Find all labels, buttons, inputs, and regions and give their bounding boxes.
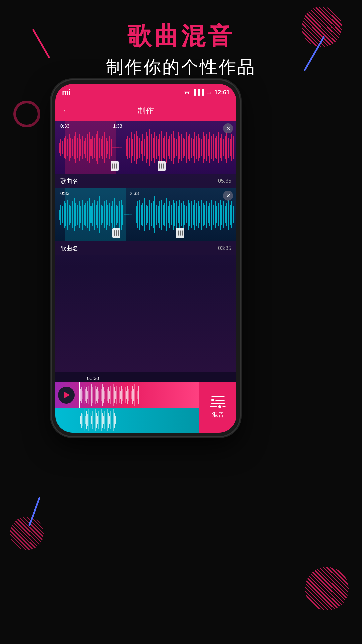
svg-rect-5 [67,139,68,156]
svg-rect-205 [87,391,88,399]
svg-rect-170 [186,206,187,223]
svg-rect-28 [106,138,107,158]
svg-rect-243 [133,389,134,401]
svg-rect-70 [186,132,187,163]
svg-rect-146 [146,205,147,225]
svg-rect-258 [93,411,93,413]
svg-rect-220 [106,386,106,404]
svg-rect-181 [204,205,205,225]
svg-rect-122 [97,201,98,228]
svg-rect-135 [119,201,120,228]
svg-rect-63 [174,138,175,158]
svg-rect-188 [216,206,217,223]
svg-rect-86 [213,134,214,161]
svg-rect-121 [96,205,97,225]
svg-rect-26 [102,136,103,159]
track-2-info: 歌曲名 03:35 [55,241,236,255]
svg-rect-215 [100,386,100,404]
svg-rect-213 [97,387,98,402]
svg-rect-162 [173,200,174,230]
svg-rect-53 [158,139,159,156]
svg-rect-93 [225,136,226,159]
svg-rect-61 [171,134,172,161]
svg-rect-123 [99,196,100,233]
svg-rect-102 [64,201,65,228]
svg-rect-58 [166,132,167,163]
svg-rect-242 [132,386,133,404]
svg-rect-42 [139,138,140,158]
svg-rect-22 [96,134,97,161]
svg-rect-268 [105,411,105,413]
mix-label: 混音 [212,411,224,413]
svg-rect-78 [199,138,200,158]
svg-rect-49 [151,134,152,161]
svg-rect-240 [130,387,130,402]
track-1-close-button[interactable]: ✕ [223,123,233,133]
svg-rect-185 [211,200,212,230]
playback-track-pink[interactable] [55,382,199,408]
svg-rect-137 [122,205,123,225]
svg-rect-253 [86,411,87,413]
svg-rect-164 [176,201,177,228]
svg-rect-118 [90,206,92,223]
svg-rect-159 [168,206,169,223]
svg-rect-59 [168,139,169,156]
svg-rect-152 [156,205,157,225]
svg-rect-73 [191,138,192,158]
svg-rect-76 [196,136,197,159]
svg-rect-21 [94,138,95,158]
svg-rect-66 [179,136,180,159]
svg-rect-96 [230,139,231,156]
back-button[interactable]: ← [62,105,71,116]
svg-rect-39 [134,134,135,161]
svg-rect-20 [92,136,93,159]
track-2-duration: 03:35 [218,245,231,251]
svg-rect-43 [141,141,142,154]
track-2-handle-left[interactable] [112,228,120,238]
svg-rect-34 [126,139,127,156]
playback-cursor [79,382,80,408]
svg-rect-219 [105,391,105,399]
track-1-handle-right[interactable] [158,161,166,171]
mix-button[interactable]: 混音 [199,382,236,413]
track-2-waveform[interactable]: 0:33 2:33 [55,188,236,241]
svg-rect-51 [154,132,155,163]
svg-rect-75 [194,132,195,163]
track-2-handle-right[interactable] [176,228,184,238]
svg-rect-203 [85,389,86,401]
svg-rect-178 [199,206,200,223]
svg-rect-212 [96,389,97,401]
svg-rect-180 [203,203,204,226]
svg-rect-198 [233,206,234,223]
track-1-waveform[interactable]: 0:33 1:33 [55,121,236,174]
svg-rect-199 [80,389,81,401]
svg-rect-95 [228,138,229,158]
svg-rect-92 [223,139,224,156]
svg-rect-10 [75,132,76,163]
track-2-close-button[interactable]: ✕ [223,191,233,201]
svg-rect-45 [144,139,145,156]
svg-rect-16 [85,138,86,158]
playback-track-cyan[interactable] [55,408,199,413]
track-1-info: 歌曲名 05:35 [55,174,236,188]
play-button[interactable] [58,387,75,404]
svg-rect-138 [124,214,129,215]
signal-icon: ▐▐▐ [192,89,204,95]
svg-rect-153 [158,206,159,223]
svg-rect-40 [136,131,137,164]
svg-rect-19 [90,139,92,156]
svg-rect-65 [178,132,179,163]
svg-rect-233 [121,386,122,404]
svg-rect-204 [86,387,87,402]
svg-rect-7 [70,138,71,158]
svg-rect-169 [184,205,185,225]
svg-rect-273 [111,411,111,413]
svg-rect-221 [107,389,108,401]
svg-rect-154 [159,201,160,228]
svg-rect-183 [208,206,209,223]
svg-rect-190 [220,200,221,230]
svg-rect-184 [209,203,210,226]
svg-rect-228 [115,391,116,399]
svg-rect-206 [89,386,89,404]
track-1-handle-left[interactable] [111,161,119,171]
